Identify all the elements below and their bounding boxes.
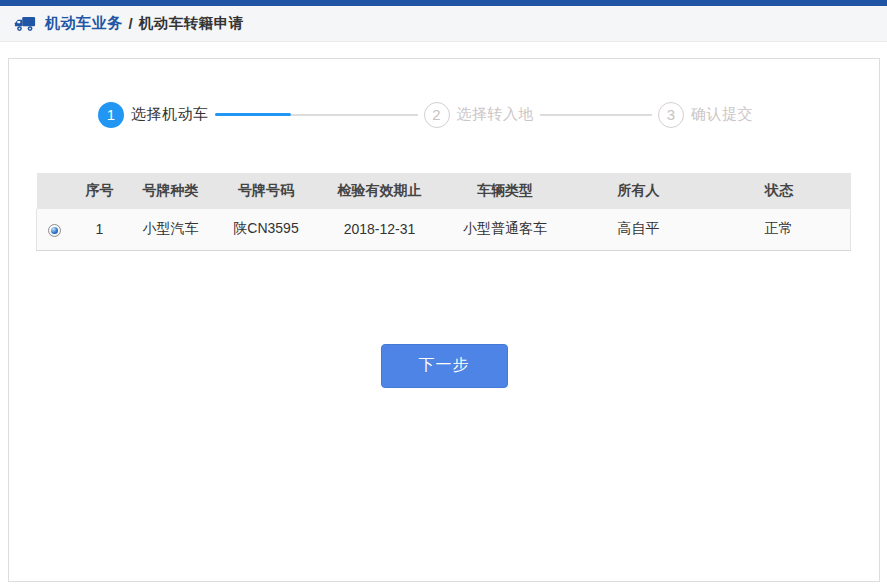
cell-status: 正常 [708,209,851,250]
vehicle-table: 序号 号牌种类 号牌号码 检验有效期止 车辆类型 所有人 状态 1 小型汽车 陕… [36,173,851,251]
stepper-connector-2 [540,114,652,116]
breadcrumb: 机动车业务 / 机动车转籍申请 [0,6,887,42]
column-header-index: 序号 [72,173,128,209]
cell-plate-number: 陕CN3595 [214,209,319,250]
step-2-select-destination: 2 选择转入地 [424,102,535,128]
step-3-confirm-submit: 3 确认提交 [658,102,753,128]
stepper-track [291,114,418,116]
column-header-radio [37,173,72,209]
cell-plate-type: 小型汽车 [128,209,214,250]
stepper-connector-1 [215,113,418,116]
cell-inspection-valid-until: 2018-12-31 [319,209,441,250]
step-2-label: 选择转入地 [457,105,535,124]
radio-dot [51,227,58,234]
row-select-radio[interactable] [48,224,61,237]
next-step-button[interactable]: 下一步 [381,344,508,388]
table-header-row: 序号 号牌种类 号牌号码 检验有效期止 车辆类型 所有人 状态 [37,173,851,209]
cell-radio [37,209,72,250]
column-header-plate-number: 号牌号码 [214,173,319,209]
stepper-track [540,114,652,116]
content-card: 1 选择机动车 2 选择转入地 3 确认提交 序号 号牌种类 [8,58,880,582]
page-title: 机动车转籍申请 [139,14,244,33]
step-1-label: 选择机动车 [131,105,209,124]
column-header-status: 状态 [708,173,851,209]
truck-icon [14,15,36,32]
actions-area: 下一步 [9,344,879,388]
column-header-plate-type: 号牌种类 [128,173,214,209]
breadcrumb-separator: / [129,15,133,32]
step-1-select-vehicle: 1 选择机动车 [98,102,209,128]
stepper-progress-fill [215,113,291,116]
step-1-circle: 1 [98,102,124,128]
stepper: 1 选择机动车 2 选择转入地 3 确认提交 [98,101,879,128]
step-3-label: 确认提交 [691,105,753,124]
column-header-inspection-valid-until: 检验有效期止 [319,173,441,209]
cell-owner: 高自平 [570,209,708,250]
cell-vehicle-type: 小型普通客车 [441,209,570,250]
column-header-vehicle-type: 车辆类型 [441,173,570,209]
column-header-owner: 所有人 [570,173,708,209]
breadcrumb-section-vehicle-services[interactable]: 机动车业务 [45,14,123,33]
cell-index: 1 [72,209,128,250]
step-2-circle: 2 [424,102,450,128]
step-3-circle: 3 [658,102,684,128]
table-row[interactable]: 1 小型汽车 陕CN3595 2018-12-31 小型普通客车 高自平 正常 [37,209,851,250]
